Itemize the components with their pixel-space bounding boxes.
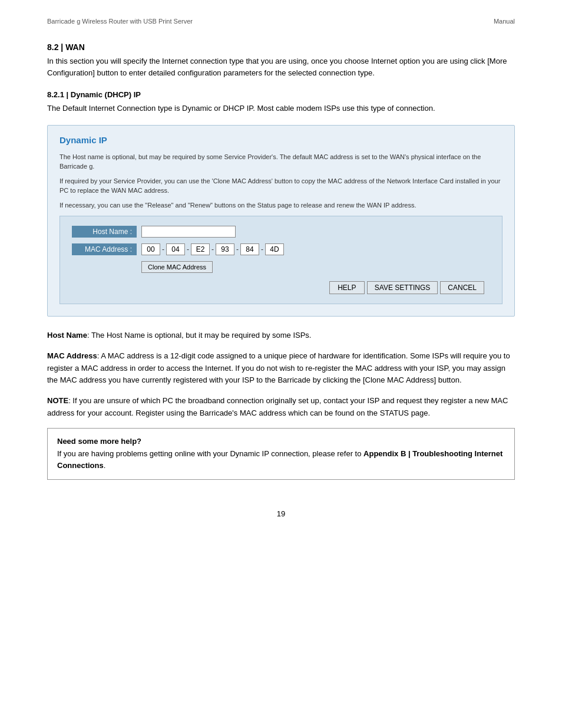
cancel-button[interactable]: CANCEL xyxy=(440,281,484,294)
mac-field-4[interactable] xyxy=(216,243,234,255)
host-name-description: Host Name: The Host Name is optional, bu… xyxy=(47,330,515,342)
panel-desc1: The Host name is optional, but may be re… xyxy=(59,152,503,172)
section-title: 8.2 | WAN xyxy=(47,42,515,52)
mac-field-1[interactable] xyxy=(141,243,160,255)
hostname-input[interactable] xyxy=(141,226,236,238)
mac-sep-4: - xyxy=(236,245,239,253)
clone-mac-button[interactable]: Clone MAC Address xyxy=(141,261,213,273)
hostname-row: Host Name : xyxy=(72,226,490,238)
mac-address-row: MAC Address : - - - - - xyxy=(72,243,490,255)
mac-field-6[interactable] xyxy=(265,243,284,255)
action-buttons: HELP SAVE SETTINGS CANCEL xyxy=(72,281,490,294)
help-button[interactable]: HELP xyxy=(329,281,365,294)
mac-field-5[interactable] xyxy=(240,243,259,255)
mac-field-2[interactable] xyxy=(166,243,185,255)
dynamic-ip-panel: Dynamic IP The Host name is optional, bu… xyxy=(47,125,515,317)
panel-desc3: If necessary, you can use the "Release" … xyxy=(59,200,503,210)
panel-desc2: If required by your Service Provider, yo… xyxy=(59,176,503,196)
mac-sep-3: - xyxy=(211,245,214,253)
header-left: Barricade g Wireless Router with USB Pri… xyxy=(47,18,193,25)
mac-sep-2: - xyxy=(186,245,190,253)
mac-fields: - - - - - xyxy=(141,243,284,255)
header-bar: Barricade g Wireless Router with USB Pri… xyxy=(47,18,515,25)
mac-field-3[interactable] xyxy=(191,243,210,255)
page-number: 19 xyxy=(47,509,515,518)
hostname-label: Host Name : xyxy=(72,226,137,238)
mac-label: MAC Address : xyxy=(72,243,137,255)
mac-sep-1: - xyxy=(161,245,165,253)
panel-title: Dynamic IP xyxy=(59,135,503,145)
note-description: NOTE: If you are unsure of which PC the … xyxy=(47,395,515,420)
help-box-title: Need some more help? xyxy=(57,437,141,446)
mac-address-description: MAC Address: A MAC address is a 12-digit… xyxy=(47,350,515,387)
mac-sep-5: - xyxy=(260,245,264,253)
header-right: Manual xyxy=(494,18,515,25)
form-area: Host Name : MAC Address : - - - - - Clon… xyxy=(59,216,503,304)
subsection-intro: The Default Internet Connection type is … xyxy=(47,103,515,114)
clone-row: Clone MAC Address xyxy=(72,261,490,273)
save-settings-button[interactable]: SAVE SETTINGS xyxy=(367,281,438,294)
section-intro: In this section you will specify the Int… xyxy=(47,55,515,78)
help-box: Need some more help? If you are having p… xyxy=(47,428,515,480)
help-box-text: If you are having problems getting onlin… xyxy=(57,449,503,470)
subsection-title: 8.2.1 | Dynamic (DHCP) IP xyxy=(47,90,515,99)
